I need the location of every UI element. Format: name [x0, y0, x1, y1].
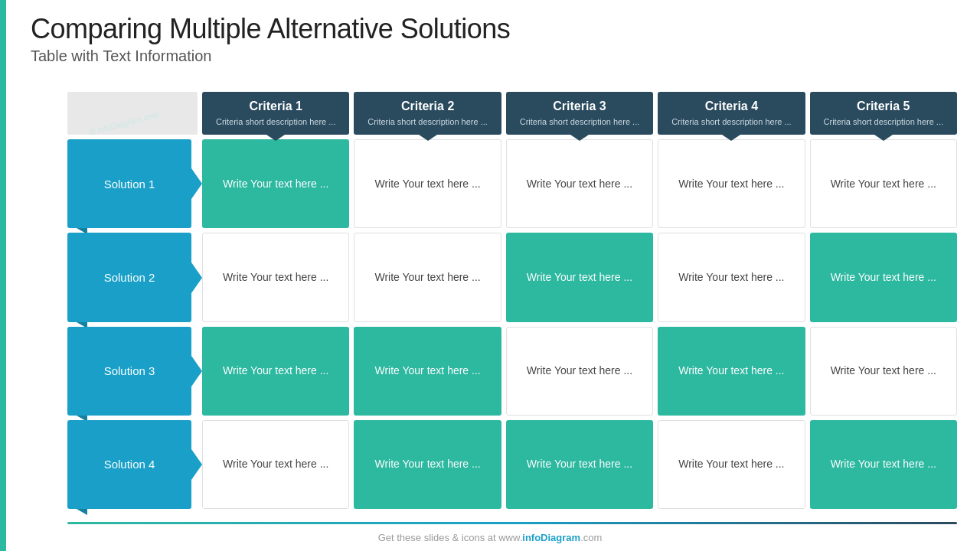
page-subtitle: Table with Text Information — [31, 47, 949, 65]
criteria-header-2: Criteria 2 Criteria short description he… — [354, 92, 501, 135]
cell-4-3[interactable]: Write Your text here ... — [506, 420, 653, 509]
cell-2-2[interactable]: Write Your text here ... — [354, 233, 501, 321]
footer: Get these slides & icons at www.infoDiag… — [31, 532, 949, 543]
empty-header-cell — [67, 92, 198, 135]
cell-2-4[interactable]: Write Your text here ... — [658, 233, 805, 321]
criteria-2-desc: Criteria short description here ... — [368, 116, 488, 127]
cell-4-1[interactable]: Write Your text here ... — [202, 420, 349, 509]
solution-label-1: Solution 1 — [67, 139, 191, 228]
cell-3-3[interactable]: Write Your text here ... — [506, 327, 653, 416]
table-container: Criteria 1 Criteria short description he… — [67, 92, 957, 509]
cell-1-5[interactable]: Write Your text here ... — [810, 139, 957, 228]
criteria-3-label: Criteria 3 — [553, 99, 606, 113]
page-title: Comparing Multiple Alternative Solutions — [31, 14, 949, 44]
footer-text-suffix: .com — [580, 532, 602, 543]
bottom-accent-line — [67, 522, 957, 524]
criteria-header-5: Criteria 5 Criteria short description he… — [810, 92, 957, 135]
cell-2-3[interactable]: Write Your text here ... — [506, 233, 653, 321]
cell-1-2[interactable]: Write Your text here ... — [354, 139, 501, 228]
criteria-5-desc: Criteria short description here ... — [824, 116, 944, 127]
criteria-header-1: Criteria 1 Criteria short description he… — [202, 92, 349, 135]
cell-2-5[interactable]: Write Your text here ... — [810, 233, 957, 321]
footer-text-prefix: Get these slides & icons at www. — [378, 532, 523, 543]
footer-brand: infoDiagram — [522, 532, 580, 543]
cell-2-1[interactable]: Write Your text here ... — [202, 233, 349, 321]
cell-1-3[interactable]: Write Your text here ... — [506, 139, 653, 228]
criteria-5-label: Criteria 5 — [857, 99, 910, 113]
criteria-4-label: Criteria 4 — [705, 99, 758, 113]
criteria-header-4: Criteria 4 Criteria short description he… — [658, 92, 805, 135]
criteria-1-desc: Criteria short description here ... — [216, 116, 336, 127]
cell-1-1[interactable]: Write Your text here ... — [202, 139, 349, 228]
header: Comparing Multiple Alternative Solutions… — [31, 14, 949, 65]
cell-3-2[interactable]: Write Your text here ... — [354, 327, 501, 416]
solution-label-3: Solution 3 — [67, 327, 191, 416]
page: Comparing Multiple Alternative Solutions… — [0, 0, 980, 551]
cell-4-4[interactable]: Write Your text here ... — [658, 420, 805, 509]
criteria-header-3: Criteria 3 Criteria short description he… — [506, 92, 653, 135]
criteria-1-label: Criteria 1 — [250, 99, 302, 113]
cell-3-4[interactable]: Write Your text here ... — [658, 327, 805, 416]
cell-3-1[interactable]: Write Your text here ... — [202, 327, 349, 416]
left-accent-bar — [0, 0, 6, 551]
solution-label-2: Solution 2 — [67, 233, 191, 321]
comparison-grid: Criteria 1 Criteria short description he… — [67, 92, 957, 509]
solution-label-4: Solution 4 — [67, 420, 191, 509]
cell-1-4[interactable]: Write Your text here ... — [658, 139, 805, 228]
cell-4-5[interactable]: Write Your text here ... — [810, 420, 957, 509]
criteria-3-desc: Criteria short description here ... — [520, 116, 640, 127]
cell-3-5[interactable]: Write Your text here ... — [810, 327, 957, 416]
cell-4-2[interactable]: Write Your text here ... — [354, 420, 501, 509]
criteria-4-desc: Criteria short description here ... — [671, 116, 792, 127]
criteria-2-label: Criteria 2 — [401, 99, 454, 113]
